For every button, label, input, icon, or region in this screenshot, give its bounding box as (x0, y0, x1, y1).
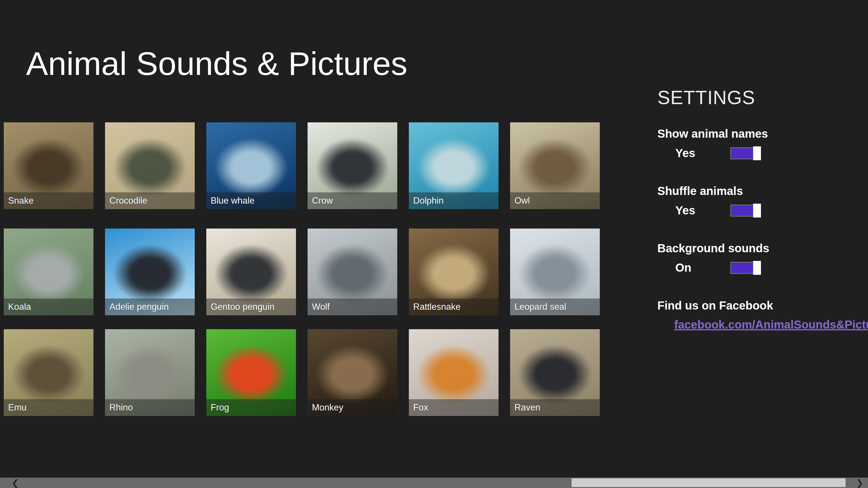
animal-label: Rattlesnake (413, 302, 461, 312)
tile-snake[interactable]: Snake (4, 122, 93, 209)
animal-label: Wolf (312, 302, 330, 312)
animal-label-bar: Dolphin (409, 192, 498, 209)
scroll-left-arrow-icon[interactable]: ❮ (11, 478, 19, 488)
animal-label-bar: Blue whale (206, 192, 296, 209)
animal-subject-blob (417, 138, 490, 196)
animal-label: Leopard seal (515, 302, 566, 312)
animal-label-bar: Raven (510, 399, 600, 416)
animal-grid: Snake Crocodile Blue whale Crow Dolphin (4, 122, 600, 416)
animal-subject-blob (114, 346, 186, 403)
setting-group-show-animal-names: Show animal names Yes (657, 127, 854, 161)
animal-label: Monkey (312, 402, 343, 413)
setting-control-row: Yes (675, 203, 854, 218)
animal-subject-blob (417, 245, 490, 302)
setting-control-row: On (675, 260, 854, 275)
animal-subject-blob (114, 138, 186, 196)
tile-emu[interactable]: Emu (4, 329, 93, 416)
toggle-state-label: Yes (675, 147, 730, 160)
tile-raven[interactable]: Raven (510, 329, 600, 416)
setting-group-shuffle-animals: Shuffle animals Yes (657, 184, 854, 218)
animal-label-bar: Emu (4, 399, 93, 416)
animal-label: Koala (8, 302, 31, 312)
animal-label-bar: Fox (409, 399, 498, 416)
tile-row: Koala Adelie penguin Gentoo penguin Wolf (4, 229, 600, 315)
toggle-thumb[interactable] (753, 147, 761, 160)
facebook-section: Find us on Facebook facebook.com/AnimalS… (657, 298, 854, 331)
background-sounds-toggle[interactable] (730, 262, 761, 274)
animal-subject-blob (519, 138, 591, 196)
animal-label-bar: Rhino (105, 399, 195, 416)
animal-label: Rhino (110, 402, 133, 413)
animal-subject-blob (215, 346, 287, 403)
tile-row: Snake Crocodile Blue whale Crow Dolphin (4, 122, 600, 209)
setting-control-row: Yes (675, 146, 854, 161)
animal-label: Adelie penguin (110, 302, 169, 312)
horizontal-scrollbar[interactable]: ❮ ❯ (0, 478, 868, 488)
animal-subject-blob (519, 346, 591, 403)
tile-monkey[interactable]: Monkey (308, 329, 397, 416)
tile-leopard-seal[interactable]: Leopard seal (510, 229, 600, 315)
setting-label: Shuffle animals (657, 184, 854, 198)
animal-label: Fox (413, 402, 428, 413)
animal-label: Owl (515, 196, 530, 206)
tile-row: Emu Rhino Frog Monkey Fox (4, 329, 600, 416)
animal-subject-blob (12, 245, 85, 302)
facebook-link[interactable]: facebook.com/AnimalSounds&Pictures (674, 318, 868, 331)
tile-adelie-penguin[interactable]: Adelie penguin (105, 229, 195, 315)
animal-subject-blob (114, 245, 186, 302)
tile-gentoo-penguin[interactable]: Gentoo penguin (206, 229, 296, 315)
animal-label: Raven (515, 402, 540, 413)
page-title: Animal Sounds & Pictures (26, 44, 407, 83)
animal-label-bar: Adelie penguin (105, 298, 195, 315)
show-animal-names-toggle[interactable] (730, 147, 761, 159)
animal-label-bar: Gentoo penguin (206, 298, 296, 315)
animal-label: Frog (211, 402, 229, 413)
shuffle-animals-toggle[interactable] (730, 204, 761, 217)
tile-blue-whale[interactable]: Blue whale (206, 122, 296, 209)
app-window: { "app": { "title": "Animal Sounds & Pic… (0, 0, 868, 488)
animal-label: Emu (8, 402, 27, 413)
tile-koala[interactable]: Koala (4, 229, 93, 315)
setting-group-background-sounds: Background sounds On (657, 241, 854, 275)
animal-label-bar: Monkey (308, 399, 397, 416)
animal-label: Crow (312, 196, 333, 206)
tile-rattlesnake[interactable]: Rattlesnake (409, 229, 498, 315)
tile-owl[interactable]: Owl (510, 122, 600, 209)
animal-subject-blob (316, 245, 389, 302)
animal-subject-blob (519, 245, 591, 302)
settings-panel: SETTINGS Show animal names Yes Shuffle a… (657, 87, 854, 331)
tile-rhino[interactable]: Rhino (105, 329, 195, 416)
animal-label-bar: Owl (510, 192, 600, 209)
tile-crow[interactable]: Crow (308, 122, 397, 209)
animal-subject-blob (215, 138, 287, 196)
animal-label: Gentoo penguin (211, 302, 275, 312)
animal-label: Crocodile (110, 196, 147, 206)
scrollbar-thumb[interactable] (571, 478, 846, 487)
animal-label-bar: Crocodile (105, 192, 195, 209)
toggle-state-label: Yes (675, 204, 730, 217)
animal-label-bar: Rattlesnake (409, 298, 498, 315)
animal-subject-blob (316, 138, 389, 196)
settings-header: SETTINGS (657, 87, 854, 109)
animal-label-bar: Crow (308, 192, 397, 209)
scroll-right-arrow-icon[interactable]: ❯ (856, 478, 863, 488)
animal-subject-blob (417, 346, 490, 403)
animal-label: Blue whale (211, 196, 255, 206)
toggle-thumb[interactable] (753, 261, 761, 275)
animal-subject-blob (215, 245, 287, 302)
animal-label-bar: Leopard seal (510, 298, 600, 315)
toggle-state-label: On (675, 261, 730, 274)
setting-label: Background sounds (657, 241, 854, 255)
animal-subject-blob (12, 346, 85, 403)
animal-label: Dolphin (413, 196, 443, 206)
tile-fox[interactable]: Fox (409, 329, 498, 416)
toggle-thumb[interactable] (753, 204, 761, 218)
tile-dolphin[interactable]: Dolphin (409, 122, 498, 209)
tile-crocodile[interactable]: Crocodile (105, 122, 195, 209)
tile-frog[interactable]: Frog (206, 329, 296, 416)
animal-subject-blob (316, 346, 389, 403)
animal-label-bar: Snake (4, 192, 93, 209)
animal-label-bar: Koala (4, 298, 93, 315)
animal-label-bar: Frog (206, 399, 296, 416)
tile-wolf[interactable]: Wolf (308, 229, 397, 315)
